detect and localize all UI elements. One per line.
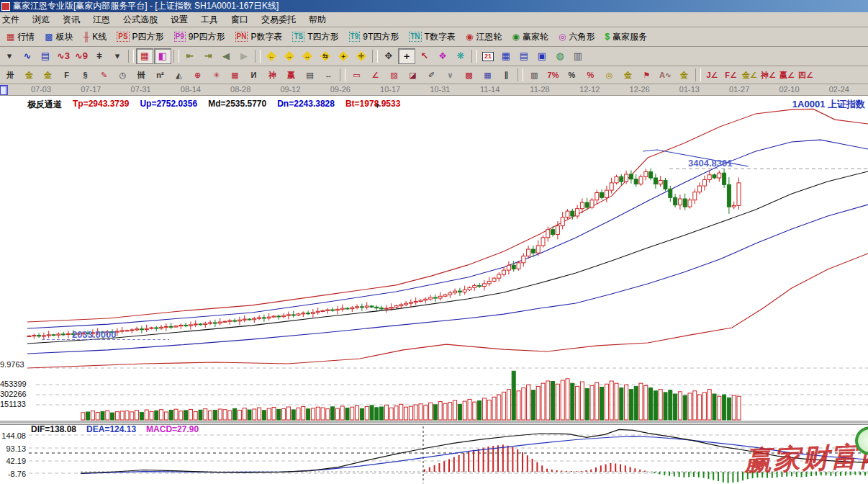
t-table-button[interactable]: TN T数字表 xyxy=(404,29,461,45)
ying-tool[interactable]: 赢 xyxy=(282,68,300,82)
parallel-lines-tool[interactable]: ∥ xyxy=(497,68,515,82)
export-web-tool[interactable]: ◍ xyxy=(551,48,569,64)
pointer-tool[interactable]: ↖ xyxy=(416,48,433,64)
p-square-button[interactable]: PS P四方形 xyxy=(112,29,168,45)
sep2[interactable] xyxy=(173,50,179,63)
pen-lines-tool[interactable]: ✐ xyxy=(422,68,440,82)
quote-button[interactable]: ▦ 行情 xyxy=(1,29,40,45)
compress-button[interactable]: ⇆ xyxy=(317,48,334,64)
shen-tool[interactable]: 神 xyxy=(263,68,281,82)
gold-lines-tool[interactable]: 金 xyxy=(20,68,38,82)
gold-square-tool[interactable]: 金 xyxy=(39,68,57,82)
spiral-tool[interactable]: § xyxy=(76,68,94,82)
notes-tool[interactable]: ▤ xyxy=(515,48,533,64)
pan-left-button[interactable]: ← xyxy=(263,48,280,64)
first-bar-button[interactable]: ⇤ xyxy=(181,48,199,64)
candle-style-tool[interactable]: ǂ xyxy=(91,48,108,64)
count-grid-tool[interactable]: ▤ xyxy=(301,68,319,82)
ray-box-tool[interactable]: ▨ xyxy=(385,68,403,82)
gann-wheel-button[interactable]: ◉ 江恩轮 xyxy=(461,29,507,45)
sector-button[interactable]: ▩ 板块 xyxy=(40,29,78,45)
crosshair-tool[interactable]: ＋ xyxy=(398,48,415,64)
calendar-tool[interactable]: 21 xyxy=(479,48,497,64)
width-arrows-tool[interactable]: ↔ xyxy=(320,68,338,82)
gold-angle-tool[interactable]: 金 xyxy=(675,68,693,82)
vertical-lines-tool[interactable]: 卅 xyxy=(1,68,19,82)
box-rays-tool[interactable]: ◪ xyxy=(404,68,422,82)
menu-item[interactable]: 帮助 xyxy=(302,12,333,27)
menu-item[interactable]: 交易委托 xyxy=(255,12,302,27)
menu-item[interactable]: 窗口 xyxy=(225,12,255,27)
wave3-tool[interactable]: ∿3 xyxy=(55,48,72,64)
zoom-h-button[interactable]: ↔ xyxy=(299,48,316,64)
title-bar[interactable]: 赢家江恩专业版[赢家内部服务平台] - [上证指数 SH1A0001-167日K… xyxy=(0,0,868,12)
winner-service-button[interactable]: $ 赢家服务 xyxy=(600,29,652,45)
menu-item[interactable]: 江恩 xyxy=(86,12,117,27)
swing-tool[interactable]: И xyxy=(245,68,263,82)
menu-item[interactable]: 文件 xyxy=(0,12,26,27)
p-table-button[interactable]: PN P数字表 xyxy=(230,29,288,45)
menu-item[interactable]: 资讯 xyxy=(56,12,86,27)
t-square-button[interactable]: TS T四方形 xyxy=(287,29,343,45)
sep1[interactable] xyxy=(128,50,134,63)
gold-circle-tool[interactable]: ◎ xyxy=(600,68,618,82)
wave9-tool[interactable]: ∿9 xyxy=(73,48,90,64)
date-axis[interactable]: 07-0307-1707-3108-1408-2809-1209-2610-17… xyxy=(0,84,868,96)
print-tool[interactable]: ▥ xyxy=(569,48,587,64)
profile-chart-tool[interactable]: ◧ xyxy=(154,48,171,64)
legend-collapse-marker[interactable]: ▼ xyxy=(374,102,381,109)
candle-style-dropdown[interactable]: ▾ xyxy=(109,48,126,64)
expand-all-button[interactable]: ✛ xyxy=(353,48,370,64)
percent-line-tool[interactable]: % xyxy=(582,68,600,82)
gold-levels-tool[interactable]: 金 xyxy=(619,68,637,82)
n-squared-tool[interactable]: n² xyxy=(151,68,169,82)
flag-tool[interactable]: ⚑ xyxy=(638,68,656,82)
sep4[interactable] xyxy=(372,50,378,63)
hand-tool[interactable]: ✥ xyxy=(380,48,397,64)
menu-item[interactable]: 公式选股 xyxy=(117,12,164,27)
cycle-circle-tool[interactable]: ◷ xyxy=(114,68,132,82)
sep3[interactable] xyxy=(255,50,261,63)
info-panel-tool[interactable]: ▤ xyxy=(37,48,54,64)
sep1[interactable] xyxy=(340,68,345,81)
dense-lines-tool[interactable]: 卌 xyxy=(132,68,150,82)
percent7-tool[interactable]: 7% xyxy=(544,68,562,82)
9t-square-button[interactable]: T9 9T四方形 xyxy=(344,29,404,45)
next-bar-button[interactable]: ▶ xyxy=(235,48,253,64)
stamp-tool[interactable]: ❖ xyxy=(434,48,451,64)
save-tool[interactable]: ▣ xyxy=(533,48,551,64)
view-dropdown[interactable]: ▾ xyxy=(1,48,18,64)
sep3[interactable] xyxy=(695,68,701,81)
gann-angle-f-tool[interactable]: F∠ xyxy=(722,68,740,82)
scale-tool[interactable]: ▥ xyxy=(525,68,543,82)
winner-wheel-button[interactable]: ◉ 赢家轮 xyxy=(507,29,553,45)
9p-square-button[interactable]: P9 9P四方形 xyxy=(169,29,230,45)
gann-frame-tool[interactable]: ▦ xyxy=(136,48,153,64)
gann-angle-j-tool[interactable]: J∠ xyxy=(703,68,721,82)
starburst-tool[interactable]: ✳ xyxy=(207,68,225,82)
pan-right-button[interactable]: → xyxy=(281,48,298,64)
sep2[interactable] xyxy=(517,68,523,81)
grid-dense-tool[interactable]: ▩ xyxy=(460,68,478,82)
gann-angle-four-tool[interactable]: 四∠ xyxy=(797,68,815,82)
prev-bar-button[interactable]: ◀ xyxy=(217,48,235,64)
fibonacci-tool[interactable]: F xyxy=(58,68,76,82)
frame-tool[interactable]: ▭ xyxy=(348,68,366,82)
percent-tool[interactable]: % xyxy=(563,68,581,82)
red-grid-tool[interactable]: ▦ xyxy=(226,68,244,82)
v-angle-tool[interactable]: ∨ xyxy=(441,68,459,82)
center-cross-button[interactable]: ＋ xyxy=(335,48,352,64)
gann-angle-shen-tool[interactable]: 神∠ xyxy=(759,68,777,82)
last-bar-button[interactable]: ⇥ xyxy=(199,48,217,64)
angle-ruler-tool[interactable]: ◭ xyxy=(170,68,188,82)
grid-box-tool[interactable]: ▦ xyxy=(479,68,497,82)
sep5[interactable] xyxy=(471,50,477,63)
menu-item[interactable]: 工具 xyxy=(194,12,225,27)
gann-angle-gold-tool[interactable]: 金∠ xyxy=(741,68,759,82)
wave-compare-tool[interactable]: A∿ xyxy=(656,68,674,82)
kline-button[interactable]: ╫ K线 xyxy=(78,29,112,45)
zigzag-tool[interactable]: ∿ xyxy=(19,48,36,64)
pattern-tool[interactable]: ❋ xyxy=(452,48,469,64)
brush-tool[interactable]: ✎ xyxy=(95,68,113,82)
calculator-tool[interactable]: ▦ xyxy=(497,48,515,64)
